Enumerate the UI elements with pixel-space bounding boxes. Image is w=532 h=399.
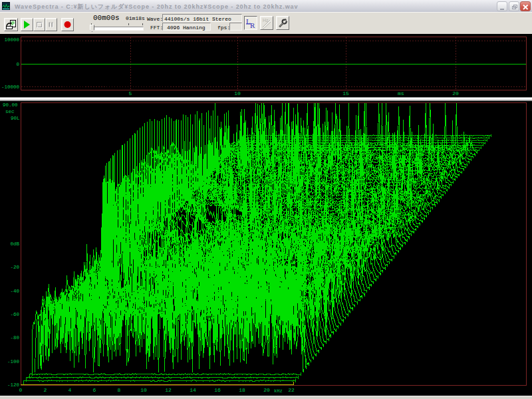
svg-text:R: R bbox=[250, 21, 255, 29]
